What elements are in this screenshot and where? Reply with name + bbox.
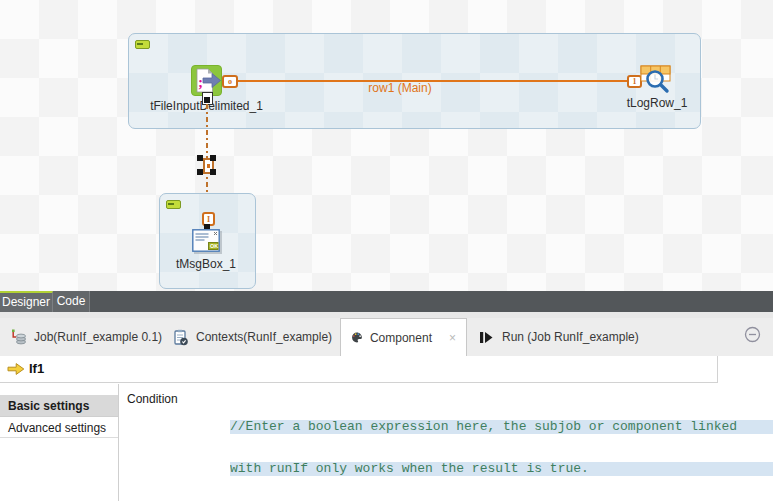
subjob-fold-button[interactable] (166, 200, 181, 209)
tab-component[interactable]: Component × (340, 318, 467, 356)
view-tab-bar: Designer Code (0, 291, 773, 312)
condition-label: Condition (127, 392, 178, 406)
tab-run[interactable]: Run (Job RunIf_example) (468, 318, 649, 356)
tab-component-label: Component (370, 331, 432, 345)
nav-advanced-settings[interactable]: Advanced settings (0, 418, 118, 438)
svg-text:;: ; (198, 74, 203, 90)
bottom-panel-tabbar: Job(RunIf_example 0.1) Contexts(RunIf_ex… (0, 318, 773, 356)
tab-run-label: Run (Job RunIf_example) (502, 330, 639, 344)
tab-code[interactable]: Code (53, 291, 90, 312)
selection-handle-sw[interactable] (197, 169, 203, 175)
job-design-canvas[interactable]: row1 (Main) ; tFileInputDelimited_1 o 1 (0, 0, 773, 292)
tlogrow-icon[interactable] (640, 64, 673, 94)
subjob-fold-button[interactable] (135, 40, 150, 49)
tmsgbox-icon-svg: OK (192, 229, 220, 252)
code-line: //Enter a boolean expression here, the s… (230, 420, 773, 434)
code-line: with runIf only works when the result is… (230, 462, 773, 476)
tmsgbox-label: tMsgBox_1 (156, 257, 256, 271)
job-icon (10, 329, 27, 346)
minus-circle-icon (744, 326, 761, 343)
anchor-handle[interactable] (204, 97, 210, 103)
if-arrow-icon (7, 362, 25, 380)
component-view-header: If1 (0, 356, 773, 383)
output-anchor-badge: o (222, 75, 238, 88)
svg-text:OK: OK (210, 243, 218, 249)
close-icon[interactable]: × (449, 331, 456, 345)
tmsgbox-icon[interactable]: OK (192, 229, 220, 252)
contexts-icon (172, 329, 189, 346)
tab-job-label: Job(RunIf_example 0.1) (34, 330, 162, 344)
selection-handle-ne[interactable] (210, 155, 216, 161)
minimize-button[interactable] (744, 326, 761, 347)
selection-handle-se[interactable] (210, 169, 216, 175)
connection-row1-label[interactable]: row1 (Main) (358, 81, 442, 95)
tlogrow-icon-svg (640, 64, 673, 94)
component-settings-panel: Basic settings Advanced settings Conditi… (0, 384, 773, 501)
component-palette-icon (351, 329, 363, 346)
run-icon (478, 329, 495, 346)
talend-studio-window: row1 (Main) ; tFileInputDelimited_1 o 1 (0, 0, 773, 501)
component-view-title: If1 (29, 361, 44, 376)
tab-contexts-label: Contexts(RunIf_example) (196, 330, 332, 344)
nav-basic-settings[interactable]: Basic settings (0, 395, 118, 417)
tab-job[interactable]: Job(RunIf_example 0.1) (0, 318, 172, 356)
settings-divider (118, 384, 119, 501)
condition-editor[interactable]: //Enter a boolean expression here, the s… (230, 384, 773, 501)
tab-designer[interactable]: Designer (0, 291, 53, 312)
tlogrow-label: tLogRow_1 (617, 96, 697, 110)
selection-handle-nw[interactable] (197, 155, 203, 161)
tab-contexts[interactable]: Contexts(RunIf_example) (162, 318, 342, 356)
